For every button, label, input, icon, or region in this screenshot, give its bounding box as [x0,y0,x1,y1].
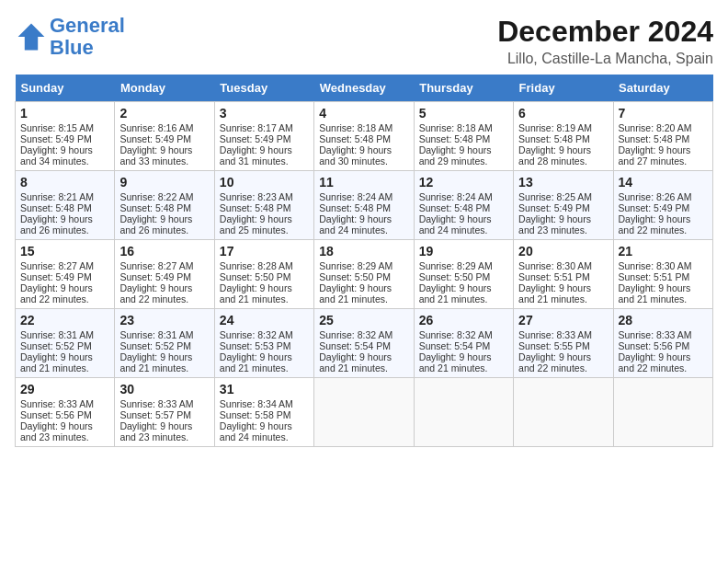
sunset-label: Sunset: 5:48 PM [419,133,491,144]
sunrise-label: Sunrise: 8:19 AM [518,122,592,133]
day-number: 26 [419,313,508,327]
table-row: 21 Sunrise: 8:30 AM Sunset: 5:51 PM Dayl… [613,240,712,309]
calendar-week-row: 15 Sunrise: 8:27 AM Sunset: 5:49 PM Dayl… [16,240,713,309]
sunset-label: Sunset: 5:48 PM [518,133,590,144]
daylight-label: Daylight: 9 hours and 22 minutes. [619,213,691,236]
table-row: 31 Sunrise: 8:34 AM Sunset: 5:58 PM Dayl… [214,378,313,447]
day-number: 24 [220,313,309,327]
sunset-label: Sunset: 5:53 PM [220,340,291,351]
sunset-label: Sunset: 5:50 PM [220,271,291,282]
sunrise-label: Sunrise: 8:33 AM [619,329,692,340]
calendar-week-row: 29 Sunrise: 8:33 AM Sunset: 5:56 PM Dayl… [16,378,713,447]
sunrise-label: Sunrise: 8:34 AM [220,398,293,409]
sunrise-label: Sunrise: 8:32 AM [220,329,293,340]
sunset-label: Sunset: 5:52 PM [20,340,92,351]
table-row: 24 Sunrise: 8:32 AM Sunset: 5:53 PM Dayl… [214,309,313,378]
col-saturday: Saturday [613,75,712,102]
day-number: 29 [20,382,109,396]
table-row: 9 Sunrise: 8:22 AM Sunset: 5:48 PM Dayli… [115,171,214,240]
sunset-label: Sunset: 5:48 PM [319,202,391,213]
daylight-label: Daylight: 9 hours and 26 minutes. [119,213,192,236]
calendar-table: Sunday Monday Tuesday Wednesday Thursday… [15,75,713,447]
sunrise-label: Sunrise: 8:27 AM [20,260,94,271]
sunset-label: Sunset: 5:50 PM [319,271,391,282]
day-number: 6 [518,106,608,121]
day-number: 11 [319,175,408,190]
table-row: 18 Sunrise: 8:29 AM Sunset: 5:50 PM Dayl… [314,240,414,309]
sunset-label: Sunset: 5:50 PM [419,271,491,282]
table-row: 12 Sunrise: 8:24 AM Sunset: 5:48 PM Dayl… [414,171,513,240]
sunset-label: Sunset: 5:55 PM [518,340,590,351]
table-row: 10 Sunrise: 8:23 AM Sunset: 5:48 PM Dayl… [214,171,313,240]
sunset-label: Sunset: 5:58 PM [220,409,291,420]
sunrise-label: Sunrise: 8:30 AM [619,260,692,271]
logo-icon [15,20,48,53]
table-row: 5 Sunrise: 8:18 AM Sunset: 5:48 PM Dayli… [414,102,513,171]
calendar-week-row: 8 Sunrise: 8:21 AM Sunset: 5:48 PM Dayli… [16,171,713,240]
table-row: 27 Sunrise: 8:33 AM Sunset: 5:55 PM Dayl… [514,309,613,378]
sunrise-label: Sunrise: 8:23 AM [220,191,293,202]
calendar-week-row: 22 Sunrise: 8:31 AM Sunset: 5:52 PM Dayl… [16,309,713,378]
day-number: 4 [319,106,408,121]
daylight-label: Daylight: 9 hours and 21 minutes. [119,351,192,373]
table-row [514,378,613,447]
day-number: 8 [20,175,109,190]
table-row: 29 Sunrise: 8:33 AM Sunset: 5:56 PM Dayl… [16,378,115,447]
daylight-label: Daylight: 9 hours and 21 minutes. [20,351,93,373]
month-title: December 2024 [497,15,713,49]
sunset-label: Sunset: 5:49 PM [20,133,92,144]
table-row: 23 Sunrise: 8:31 AM Sunset: 5:52 PM Dayl… [115,309,214,378]
table-row: 14 Sunrise: 8:26 AM Sunset: 5:49 PM Dayl… [613,171,712,240]
sunrise-label: Sunrise: 8:27 AM [119,260,193,271]
day-number: 1 [20,106,109,121]
table-row [613,378,712,447]
daylight-label: Daylight: 9 hours and 22 minutes. [619,351,691,373]
daylight-label: Daylight: 9 hours and 30 minutes. [319,144,392,167]
sunset-label: Sunset: 5:54 PM [319,340,391,351]
sunset-label: Sunset: 5:48 PM [619,133,690,144]
sunset-label: Sunset: 5:51 PM [619,271,690,282]
table-row: 1 Sunrise: 8:15 AM Sunset: 5:49 PM Dayli… [16,102,115,171]
sunrise-label: Sunrise: 8:17 AM [220,122,293,133]
sunrise-label: Sunrise: 8:24 AM [419,191,493,202]
sunrise-label: Sunrise: 8:24 AM [319,191,392,202]
sunset-label: Sunset: 5:52 PM [119,340,191,351]
sunrise-label: Sunrise: 8:31 AM [20,329,94,340]
day-number: 10 [220,175,309,190]
sunset-label: Sunset: 5:49 PM [518,202,590,213]
day-number: 2 [119,106,209,121]
daylight-label: Daylight: 9 hours and 31 minutes. [220,144,292,167]
day-number: 27 [518,313,608,327]
table-row: 13 Sunrise: 8:25 AM Sunset: 5:49 PM Dayl… [514,171,613,240]
sunset-label: Sunset: 5:49 PM [119,271,191,282]
sunset-label: Sunset: 5:49 PM [619,202,690,213]
daylight-label: Daylight: 9 hours and 23 minutes. [20,420,93,442]
sunset-label: Sunset: 5:51 PM [518,271,590,282]
sunset-label: Sunset: 5:56 PM [619,340,690,351]
day-number: 28 [619,313,708,327]
day-number: 9 [119,175,209,190]
sunrise-label: Sunrise: 8:29 AM [419,260,493,271]
table-row: 11 Sunrise: 8:24 AM Sunset: 5:48 PM Dayl… [314,171,414,240]
daylight-label: Daylight: 9 hours and 23 minutes. [119,420,192,442]
day-number: 22 [20,313,109,327]
calendar-header-row: Sunday Monday Tuesday Wednesday Thursday… [16,75,713,102]
sunrise-label: Sunrise: 8:33 AM [518,329,592,340]
daylight-label: Daylight: 9 hours and 29 minutes. [419,144,492,167]
col-thursday: Thursday [414,75,513,102]
table-row: 19 Sunrise: 8:29 AM Sunset: 5:50 PM Dayl… [414,240,513,309]
table-row: 22 Sunrise: 8:31 AM Sunset: 5:52 PM Dayl… [16,309,115,378]
sunrise-label: Sunrise: 8:31 AM [119,329,193,340]
sunset-label: Sunset: 5:56 PM [20,409,92,420]
table-row: 20 Sunrise: 8:30 AM Sunset: 5:51 PM Dayl… [514,240,613,309]
day-number: 7 [619,106,708,121]
col-wednesday: Wednesday [314,75,414,102]
daylight-label: Daylight: 9 hours and 27 minutes. [619,144,691,167]
sunset-label: Sunset: 5:54 PM [419,340,491,351]
day-number: 14 [619,175,708,190]
daylight-label: Daylight: 9 hours and 33 minutes. [119,144,192,167]
daylight-label: Daylight: 9 hours and 21 minutes. [518,282,591,304]
table-row: 2 Sunrise: 8:16 AM Sunset: 5:49 PM Dayli… [115,102,214,171]
table-row: 3 Sunrise: 8:17 AM Sunset: 5:49 PM Dayli… [214,102,313,171]
daylight-label: Daylight: 9 hours and 28 minutes. [518,144,591,167]
